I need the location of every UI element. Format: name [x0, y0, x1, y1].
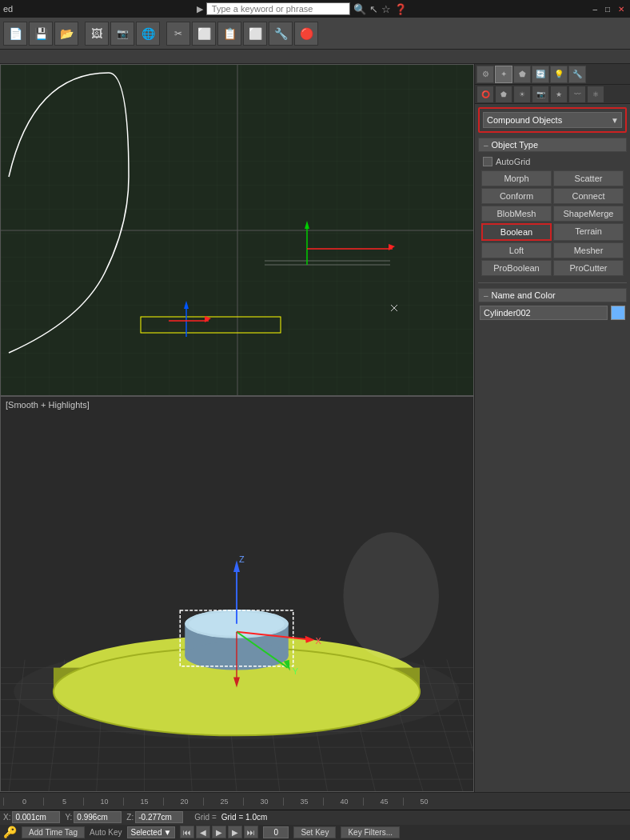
object-type-section: – Object Type AutoGrid Morph Scatter Con…	[478, 138, 627, 279]
procutter-button[interactable]: ProCutter	[553, 260, 624, 276]
help-icon[interactable]: ❓	[394, 3, 407, 15]
mark-45: 45	[363, 798, 403, 806]
panel-tab-hierarchy[interactable]: ⬟	[513, 66, 531, 83]
subtab-geometry[interactable]: ⭕	[476, 86, 494, 103]
panel-tab-utilities[interactable]: 🔧	[568, 66, 586, 83]
x-input[interactable]	[12, 811, 60, 823]
x-label: X:	[3, 813, 10, 822]
maximize-button[interactable]: □	[603, 5, 612, 14]
frame-input[interactable]	[263, 826, 289, 838]
app-title: ed	[3, 4, 13, 14]
add-time-tag-button[interactable]: Add Time Tag	[22, 826, 85, 838]
search-icon[interactable]: 🔍	[353, 3, 366, 15]
divider	[478, 282, 627, 283]
y-input[interactable]	[74, 811, 122, 823]
paste-button[interactable]: 📋	[217, 22, 241, 46]
name-color-header[interactable]: – Name and Color	[478, 288, 627, 302]
main-toolbar: 📄 💾 📂 🖼 📷 🌐 ✂ ⬜ 📋 ⬜ 🔧 🔴	[0, 18, 630, 50]
camera-button[interactable]: 📷	[110, 22, 134, 46]
close-button[interactable]: ✕	[616, 5, 627, 14]
coord-bar: X: Y: Z: Grid = Grid = 1.0cm	[0, 810, 630, 825]
panel-tab-modify[interactable]: ✦	[495, 66, 512, 83]
panel-tab-display[interactable]: 💡	[550, 66, 568, 83]
material-button[interactable]: 🌐	[136, 22, 160, 46]
z-input[interactable]	[135, 811, 183, 823]
tools-button[interactable]: 🔧	[269, 22, 293, 46]
cut-button[interactable]: ✂	[166, 22, 190, 46]
window-controls: – □ ✕	[590, 5, 627, 14]
playback-bar: 🔑 Add Time Tag Auto Key Selected ▼ ⏮ ◀ ▶…	[0, 825, 630, 840]
z-coord: Z:	[126, 811, 183, 823]
compound-objects-dropdown[interactable]: Compound Objects	[483, 112, 622, 128]
save-button[interactable]: 💾	[29, 22, 53, 46]
render-button[interactable]: 🖼	[85, 22, 109, 46]
search-input[interactable]	[206, 2, 350, 15]
next-frame-button[interactable]: ▶	[228, 826, 242, 838]
panel-tab-create[interactable]: ⚙	[476, 66, 494, 83]
status-bar: X: Y: Z: Grid = Grid = 1.0cm 🔑 Add Time …	[0, 810, 630, 840]
viewport-bottom-label: [Smooth + Highlights]	[6, 400, 90, 410]
timeline-bar: 0 5 10 15 20 25 30 35 40 45 50	[0, 792, 630, 810]
subtab-cameras[interactable]: 📷	[532, 86, 549, 103]
conform-button[interactable]: Conform	[481, 188, 552, 204]
subtab-lights[interactable]: ☀	[513, 86, 531, 103]
loft-button[interactable]: Loft	[481, 242, 552, 258]
subtab-systems[interactable]: ⚛	[587, 86, 604, 103]
viewport-bottom[interactable]: [Smooth + Highlights]	[0, 396, 474, 792]
selected-label: Selected	[131, 828, 162, 837]
autogrid-checkbox[interactable]	[483, 157, 492, 166]
blobmesh-button[interactable]: BlobMesh	[481, 206, 552, 222]
object-name-input[interactable]	[480, 306, 608, 320]
play-button[interactable]: ▶	[212, 826, 226, 838]
go-end-button[interactable]: ⏭	[244, 826, 258, 838]
scatter-button[interactable]: Scatter	[553, 170, 624, 186]
search-area: ▶ 🔍 ↖ ☆ ❓	[197, 2, 407, 15]
subtab-helpers[interactable]: ★	[550, 86, 568, 103]
connect-button[interactable]: Connect	[553, 188, 624, 204]
new-button[interactable]: 📄	[3, 22, 27, 46]
y-label: Y:	[65, 813, 72, 822]
minimize-button[interactable]: –	[590, 5, 600, 14]
color-swatch[interactable]	[611, 306, 625, 320]
object-type-buttons: Morph Scatter Conform Connect BlobMesh S…	[480, 170, 625, 276]
mark-35: 35	[283, 798, 323, 806]
mesher-button[interactable]: Mesher	[553, 242, 624, 258]
key-filters-button[interactable]: Key Filters...	[341, 826, 400, 838]
morph-button[interactable]: Morph	[481, 170, 552, 186]
svg-text:Y: Y	[293, 666, 299, 676]
subtab-spacewarps[interactable]: 〰	[568, 86, 586, 103]
selected-dropdown[interactable]: Selected ▼	[127, 826, 176, 838]
selected-dropdown-arrow: ▼	[163, 828, 171, 837]
open-button[interactable]: 📂	[54, 22, 78, 46]
autogrid-label: AutoGrid	[496, 157, 530, 166]
shapemerge-button[interactable]: ShapeMerge	[553, 206, 624, 222]
cursor-icon: ↖	[369, 3, 378, 15]
panel-tab-motion[interactable]: 🔄	[532, 66, 549, 83]
subtab-shapes[interactable]: ⬟	[495, 86, 512, 103]
svg-text:Z: Z	[239, 554, 245, 564]
prev-frame-button[interactable]: ◀	[196, 826, 210, 838]
mark-0: 0	[3, 798, 43, 806]
boolean-button[interactable]: Boolean	[481, 223, 552, 241]
viewport-top[interactable]	[0, 64, 474, 396]
terrain-button[interactable]: Terrain	[553, 223, 624, 241]
z-label: Z:	[126, 813, 134, 822]
mark-40: 40	[323, 798, 363, 806]
go-start-button[interactable]: ⏮	[180, 826, 194, 838]
proboolean-button[interactable]: ProBoolean	[481, 260, 552, 276]
grid-value: Grid = 1.0cm	[221, 813, 268, 822]
star-icon[interactable]: ☆	[381, 3, 391, 15]
mark-10: 10	[83, 798, 123, 806]
set-key-button[interactable]: Set Key	[293, 826, 336, 838]
svg-point-62	[343, 532, 439, 659]
name-color-label: Name and Color	[492, 290, 556, 300]
select-button[interactable]: ⬜	[243, 22, 267, 46]
copy-button[interactable]: ⬜	[192, 22, 216, 46]
x-coord: X:	[3, 811, 60, 823]
object-type-content: AutoGrid Morph Scatter Conform Connect B…	[478, 152, 627, 279]
ruler-marks: 0 5 10 15 20 25 30 35 40 45 50	[3, 798, 627, 806]
snap-button[interactable]: 🔴	[294, 22, 318, 46]
mark-30: 30	[243, 798, 283, 806]
object-type-header[interactable]: – Object Type	[478, 138, 627, 152]
mark-20: 20	[163, 798, 203, 806]
